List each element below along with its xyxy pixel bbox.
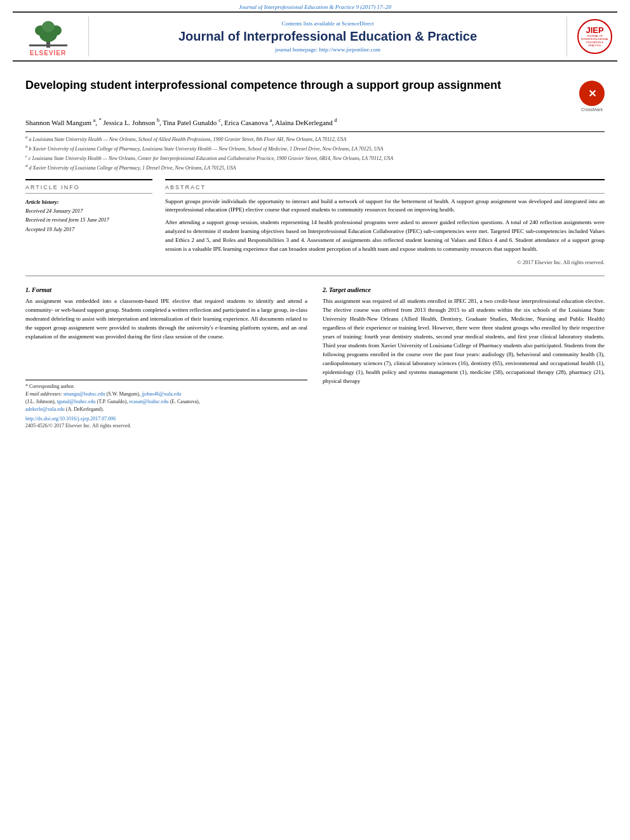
sciencedirect-link[interactable]: ScienceDirect (342, 20, 373, 27)
jiep-letters: JIEP (586, 25, 603, 35)
email-mangum[interactable]: smangu@lsuhsc.edu (64, 391, 105, 397)
crossmark-circle: ✕ (579, 81, 605, 106)
section2-text: This assignment was required of all stud… (323, 297, 605, 385)
jiep-logo: JIEP JOURNAL OF INTERPROFESSIONAL EDUCAT… (577, 19, 612, 54)
jiep-logo-area: JIEP JOURNAL OF INTERPROFESSIONAL EDUCAT… (566, 17, 617, 57)
email-gunaldo[interactable]: tgunal@lsuhsc.edu (57, 399, 96, 404)
email-johnson[interactable]: jjohns46@xula.edu (142, 391, 181, 397)
contents-available-line: Contents lists available at ScienceDirec… (282, 20, 374, 27)
sup-b: b (25, 144, 28, 149)
affil-sup-c: c (218, 117, 221, 123)
section2-column: 2. Target audience This assignment was r… (323, 286, 605, 429)
section-divider (25, 276, 605, 276)
affil-c-text: c Louisiana State University Health — Ne… (29, 156, 393, 161)
email-dekerlegand[interactable]: adekerle@xula.edu (25, 406, 65, 412)
section1-text: An assignment was embedded into a classr… (25, 297, 307, 342)
doi-line[interactable]: http://dx.doi.org/10.1016/j.xjep.2017.07… (25, 416, 307, 422)
article-history: Article history: Received 24 January 201… (25, 197, 152, 234)
affil-d-text: d Xavier University of Louisiana College… (29, 164, 236, 170)
crossmark-icon-area: ✕ CrossMark (579, 81, 605, 112)
article-info-divider (25, 193, 152, 194)
sup-d: d (25, 163, 28, 168)
journal-reference-text: Journal of Interprofessional Education &… (239, 4, 391, 10)
footnote-emails: E-mail addresses: smangu@lsuhsc.edu (S.W… (25, 390, 307, 413)
affil-sup-a: a (93, 117, 96, 123)
abstract-label: ABSTRACT (165, 184, 605, 190)
section1-column: 1. Format An assignment was embedded int… (25, 286, 307, 429)
affil-b: b b Xavier University of Louisiana Colle… (25, 144, 605, 152)
issn-line: 2405-4526/© 2017 Elsevier Inc. All right… (25, 423, 307, 429)
journal-full-title: Journal of Interprofessional Education &… (178, 29, 477, 44)
affil-a-text: a Louisiana State University Health — Ne… (29, 137, 347, 142)
email-label: E-mail addresses: (25, 391, 64, 397)
affiliations: a a Louisiana State University Health — … (25, 131, 605, 171)
svg-point-4 (42, 21, 55, 32)
email-casanova[interactable]: ecasan@lsuhsc.edu (129, 399, 168, 404)
journal-title-area: Contents lists available at ScienceDirec… (89, 17, 566, 57)
affil-d: d d Xavier University of Louisiana Colle… (25, 163, 605, 171)
accepted-date: Accepted 19 July 2017 (25, 225, 152, 234)
email-mangum-name: (S.W. Mangum), (107, 391, 142, 397)
abstract-paragraph-2: After attending a support group session,… (165, 218, 605, 254)
elsevier-logo-area: ELSEVIER (13, 17, 89, 57)
sup-c: c (25, 154, 27, 159)
abstract-paragraph-1: Support groups provide individuals the o… (165, 197, 605, 215)
affil-b-text: b Xavier University of Louisiana College… (29, 146, 384, 152)
received-date: Received 24 January 2017 (25, 206, 152, 215)
email-casanova-name: (E. Casanova), (170, 399, 199, 404)
elsevier-tree-icon (29, 17, 67, 48)
abstract-column: ABSTRACT Support groups provide individu… (165, 179, 605, 266)
journal-homepage-line: journal homepage: http://www.jieponline.… (275, 46, 380, 53)
revised-date: Received in revised form 15 June 2017 (25, 215, 152, 224)
affil-sup-b: b (157, 117, 159, 123)
footnote-corresponding: * Corresponding author. (25, 383, 307, 390)
article-title: Developing student interprofessional com… (25, 78, 569, 93)
crossmark-label: CrossMark (579, 107, 605, 112)
abstract-box: ABSTRACT Support groups provide individu… (165, 179, 605, 266)
page: Journal of Interprofessional Education &… (0, 0, 630, 840)
corresponding-star: * (99, 117, 102, 123)
abstract-divider (165, 193, 605, 194)
jiep-subtitle: JOURNAL OF INTERPROFESSIONAL EDUCATION &… (581, 35, 608, 47)
affil-a: a a Louisiana State University Health — … (25, 135, 605, 143)
footnote-area: * Corresponding author. E-mail addresses… (25, 380, 307, 429)
elsevier-text: ELSEVIER (30, 50, 66, 57)
authors-line: Shannon Wall Mangum a, * Jessica L. John… (25, 117, 605, 128)
abstract-text: Support groups provide individuals the o… (165, 197, 605, 255)
affil-sup-d: d (335, 117, 337, 123)
affil-c: c c Louisiana State University Health — … (25, 154, 605, 162)
crossmark-symbol: ✕ (588, 88, 596, 100)
affil-sup-a2: a (270, 117, 272, 123)
body-columns: 1. Format An assignment was embedded int… (25, 286, 605, 429)
copyright-line: © 2017 Elsevier Inc. All rights reserved… (165, 259, 605, 265)
section2-title: 2. Target audience (323, 286, 605, 293)
doi-text: http://dx.doi.org/10.1016/j.xjep.2017.07… (25, 416, 116, 422)
sup-a: a (25, 135, 28, 140)
elsevier-logo: ELSEVIER (29, 17, 67, 57)
history-label: Article history: (25, 197, 152, 206)
article-info-column: ARTICLE INFO Article history: Received 2… (25, 179, 152, 266)
email-gunaldo-name: (T.P. Gunaldo), (97, 399, 129, 404)
journal-header: ELSEVIER Contents lists available at Sci… (13, 11, 617, 62)
article-info-label: ARTICLE INFO (25, 184, 152, 190)
journal-homepage-link[interactable]: http://www.jieponline.com (319, 46, 380, 53)
journal-reference-bar: Journal of Interprofessional Education &… (0, 0, 630, 11)
svg-rect-5 (29, 44, 67, 46)
article-title-section: Developing student interprofessional com… (25, 78, 605, 112)
section1-title: 1. Format (25, 286, 307, 293)
info-abstract-columns: ARTICLE INFO Article history: Received 2… (25, 179, 605, 266)
main-content: Developing student interprofessional com… (0, 62, 630, 441)
email-dekerlegand-name: (A. DeKerlegand). (66, 406, 104, 412)
email-johnson-name: (J.L. Johnson), (25, 399, 57, 404)
article-info-box: ARTICLE INFO Article history: Received 2… (25, 179, 152, 234)
